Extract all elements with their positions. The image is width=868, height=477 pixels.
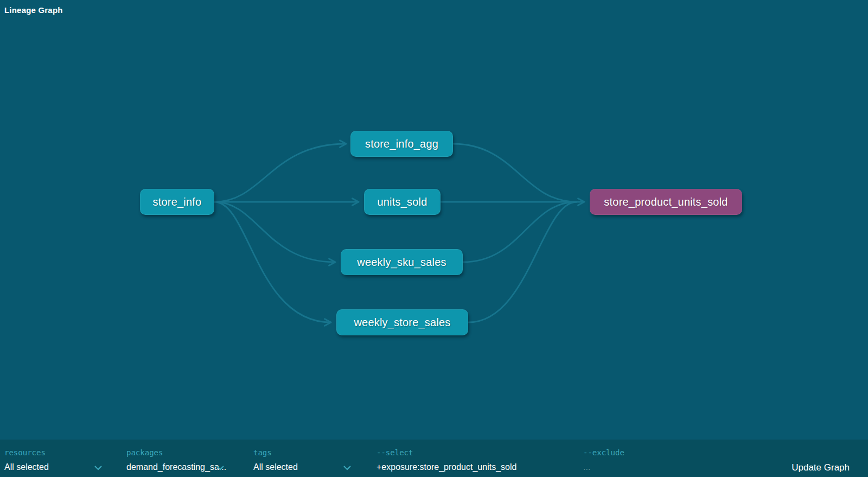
filter-exclude-label: --exclude (583, 448, 624, 457)
filter-resources-dropdown[interactable]: resources All selected (4, 440, 121, 477)
filter-resources-value: All selected (4, 462, 49, 472)
filter-packages-dropdown[interactable]: packages demand_forecasting_sa... (126, 440, 243, 477)
filter-select-label: --select (376, 448, 413, 457)
edge-store_info-to-weekly_store_sales (214, 202, 331, 322)
edge-store_info-to-weekly_sku_sales (214, 202, 335, 262)
filter-tags-label: tags (253, 448, 272, 457)
chevron-down-icon (343, 466, 351, 470)
filter-toolbar: resources All selected packages demand_f… (0, 440, 868, 477)
filter-select-value: +exposure:store_product_units_sold (376, 462, 516, 472)
filter-packages-value: demand_forecasting_sa... (126, 462, 226, 472)
edge-weekly_store_sales-to-store_product_units_sold (468, 202, 577, 322)
edge-store_info_agg-to-store_product_units_sold (453, 144, 577, 202)
filter-resources-label: resources (4, 448, 46, 457)
filter-packages-label: packages (126, 448, 163, 457)
node-store_product_units_sold[interactable]: store_product_units_sold (590, 189, 742, 215)
filter-exclude-value: ... (583, 462, 590, 472)
node-units_sold[interactable]: units_sold (364, 189, 441, 215)
edge-store_info-to-store_info_agg (214, 144, 346, 202)
filter-exclude-input[interactable]: --exclude ... (583, 440, 735, 477)
node-store_info_agg[interactable]: store_info_agg (350, 131, 453, 157)
node-weekly_store_sales[interactable]: weekly_store_sales (336, 309, 468, 335)
filter-select-input[interactable]: --select +exposure:store_product_units_s… (376, 440, 572, 477)
update-graph-button[interactable]: Update Graph (792, 462, 850, 473)
lineage-edges (0, 0, 868, 477)
chevron-down-icon (216, 466, 224, 470)
node-weekly_sku_sales[interactable]: weekly_sku_sales (341, 249, 463, 275)
node-store_info[interactable]: store_info (140, 189, 214, 215)
chevron-down-icon (94, 466, 102, 470)
lineage-graph-view: Lineage Graph store_info store_info_agg … (0, 0, 868, 477)
filter-tags-dropdown[interactable]: tags All selected (253, 440, 370, 477)
filter-tags-value: All selected (253, 462, 298, 472)
